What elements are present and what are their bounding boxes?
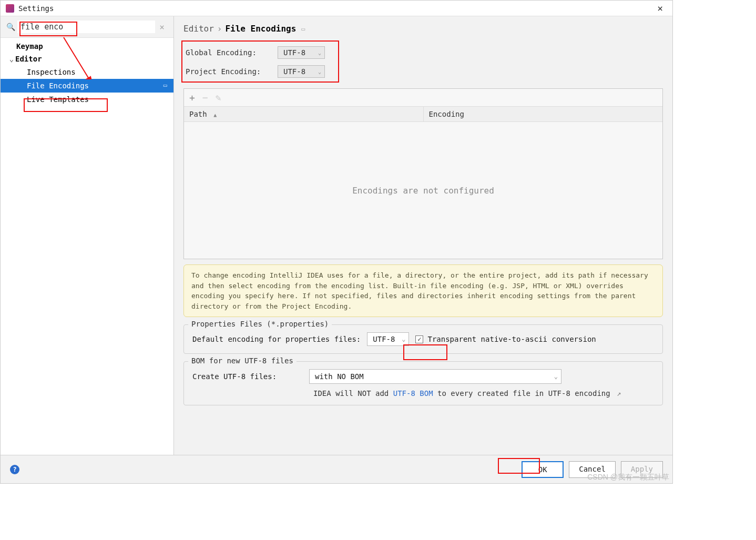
search-icon: 🔍 — [6, 23, 15, 31]
checkbox-box: ✓ — [415, 335, 423, 343]
scope-icon: ▭ — [301, 25, 305, 33]
app-icon — [6, 4, 14, 13]
tree-item-file-encodings[interactable]: File Encodings ▭ — [1, 79, 173, 93]
main-split: 🔍 × Keymap Editor Inspections File Encod… — [1, 16, 672, 455]
tree-item-editor[interactable]: Editor — [1, 53, 173, 65]
external-link-icon: ↗ — [617, 389, 621, 398]
utf8-bom-link[interactable]: UTF-8 BOM — [393, 389, 433, 398]
combo-value: UTF-8 — [283, 48, 305, 57]
project-encoding-combo[interactable]: UTF-8 ⌄ — [278, 65, 325, 78]
table-empty-text: Encodings are not configured — [184, 122, 662, 259]
sidebar: 🔍 × Keymap Editor Inspections File Encod… — [1, 16, 174, 455]
project-encoding-label: Project Encoding: — [186, 67, 278, 76]
global-encoding-combo[interactable]: UTF-8 ⌄ — [278, 46, 325, 59]
tree-item-keymap[interactable]: Keymap — [1, 40, 173, 53]
settings-window: Settings × 🔍 × Keymap Editor Inspections… — [0, 0, 673, 484]
group-legend: BOM for new UTF-8 files — [188, 356, 297, 365]
sort-asc-icon: ▲ — [213, 112, 217, 118]
encoding-column-header[interactable]: Encoding — [424, 107, 663, 121]
watermark: CSDN @我有一颗五叶草 — [587, 473, 669, 482]
default-props-encoding-combo[interactable]: UTF-8 ⌄ — [367, 332, 409, 346]
clear-search-icon[interactable]: × — [155, 22, 169, 32]
encoding-block: Global Encoding: UTF-8 ⌄ Project Encodin… — [183, 40, 663, 85]
group-legend: Properties Files (*.properties) — [188, 320, 332, 328]
help-text: To change encoding IntelliJ IDEA uses fo… — [183, 264, 663, 317]
ok-button[interactable]: OK — [522, 461, 564, 478]
properties-files-group: Properties Files (*.properties) Default … — [183, 324, 663, 354]
remove-icon[interactable]: − — [202, 92, 208, 103]
tree-item-label: Editor — [15, 55, 42, 63]
edit-icon[interactable]: ✎ — [216, 92, 221, 103]
table-header: Path ▲ Encoding — [184, 107, 662, 122]
settings-tree: Keymap Editor Inspections File Encodings… — [1, 38, 173, 108]
chevron-down-icon: ⌄ — [318, 50, 321, 56]
breadcrumb: Editor › File Encodings ▭ — [174, 16, 672, 36]
help-icon[interactable]: ? — [10, 465, 19, 474]
transparent-ascii-checkbox[interactable]: ✓ Transparent native-to-ascii conversion — [415, 335, 596, 343]
global-encoding-label: Global Encoding: — [186, 48, 278, 57]
combo-value: UTF-8 — [283, 67, 305, 76]
window-title: Settings — [18, 4, 54, 13]
tree-item-inspections[interactable]: Inspections — [1, 65, 173, 79]
default-props-encoding-label: Default encoding for properties files: — [192, 335, 361, 343]
table-toolbar: + − ✎ — [184, 89, 662, 107]
content-panel: Editor › File Encodings ▭ Global Encodin… — [174, 16, 672, 455]
column-label: Path — [189, 110, 207, 118]
create-utf8-label: Create UTF-8 files: — [192, 372, 303, 381]
scope-icon: ▭ — [164, 81, 167, 89]
breadcrumb-parent: Editor — [183, 24, 214, 34]
chevron-down-icon: ⌄ — [554, 373, 558, 380]
note-text: to every created file in UTF-8 encoding — [433, 389, 610, 398]
dialog-footer: ? OK Cancel Apply — [1, 455, 672, 483]
add-icon[interactable]: + — [189, 92, 195, 103]
tree-item-live-templates[interactable]: Live Templates — [1, 93, 173, 106]
search-wrap: 🔍 × — [1, 16, 173, 38]
close-icon[interactable]: × — [653, 3, 667, 14]
note-text: IDEA will NOT add — [313, 389, 393, 398]
chevron-down-icon: ⌄ — [402, 335, 405, 343]
search-input[interactable] — [17, 21, 155, 33]
bom-group: BOM for new UTF-8 files Create UTF-8 fil… — [183, 361, 663, 405]
chevron-right-icon: › — [217, 24, 222, 34]
bom-note: IDEA will NOT add UTF-8 BOM to every cre… — [192, 389, 654, 398]
tree-item-label: File Encodings — [27, 81, 89, 90]
checkbox-label: Transparent native-to-ascii conversion — [427, 335, 596, 343]
combo-value: UTF-8 — [373, 335, 395, 343]
window-titlebar: Settings × — [1, 1, 672, 16]
encodings-table: + − ✎ Path ▲ Encoding Encodings are not … — [183, 88, 663, 259]
breadcrumb-current: File Encodings — [225, 24, 296, 34]
create-utf8-combo[interactable]: with NO BOM ⌄ — [309, 369, 561, 384]
chevron-down-icon: ⌄ — [318, 69, 321, 75]
path-column-header[interactable]: Path ▲ — [184, 107, 424, 121]
combo-value: with NO BOM — [315, 372, 364, 381]
